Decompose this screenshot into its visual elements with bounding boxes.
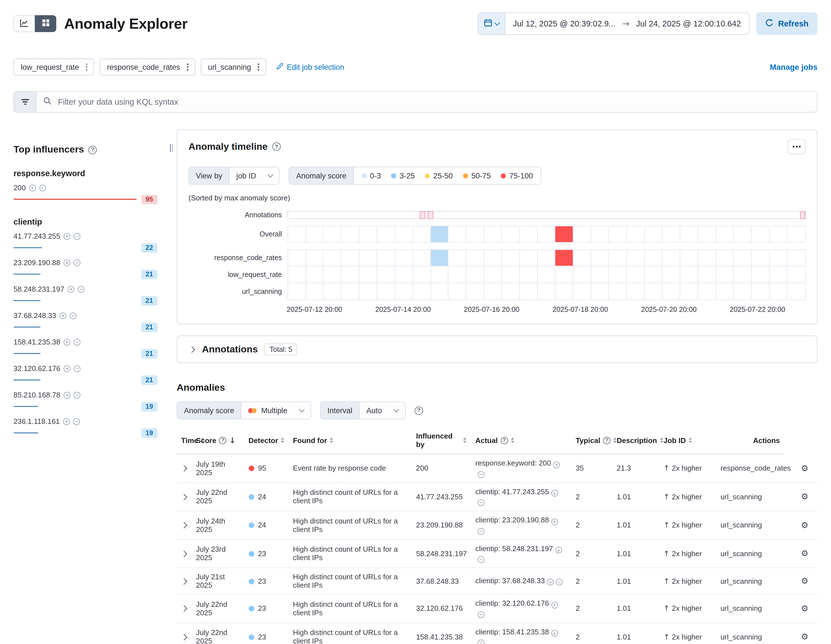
swimlane-cell[interactable]	[377, 226, 395, 242]
filter-out-icon[interactable]: −	[74, 365, 80, 372]
swimlane-cell[interactable]	[360, 283, 377, 300]
sort-icon[interactable]	[660, 437, 663, 443]
swimlane-cell[interactable]	[288, 283, 306, 300]
filter-out-icon[interactable]: −	[73, 418, 80, 425]
swimlane-cell[interactable]	[573, 226, 591, 242]
sort-icon[interactable]	[689, 437, 692, 443]
swimlane-cell[interactable]	[787, 250, 805, 266]
swimlane-cell[interactable]	[484, 283, 502, 300]
swimlane-cell[interactable]	[591, 226, 609, 242]
chart-view-button[interactable]	[13, 15, 35, 32]
expand-row-icon[interactable]	[181, 494, 187, 500]
swimlane-cell[interactable]	[520, 266, 538, 282]
swimlane-cell[interactable]	[484, 266, 502, 282]
swimlane-cell[interactable]	[360, 250, 377, 266]
swimlane-cell[interactable]	[377, 266, 395, 282]
swimlane-cell[interactable]	[698, 283, 716, 300]
annotations-accordion[interactable]: Annotations Total: 5	[177, 335, 818, 363]
job-chip[interactable]: low_request_rate	[13, 59, 94, 75]
swimlane-cell[interactable]	[502, 266, 520, 282]
filter-in-icon[interactable]: +	[63, 418, 70, 425]
swimlane-cell[interactable]	[288, 266, 306, 282]
swimlane-cell[interactable]	[395, 226, 413, 242]
swimlane-cell[interactable]	[752, 250, 769, 266]
swimlane-cell[interactable]	[502, 226, 520, 242]
swimlane-cell[interactable]	[627, 250, 645, 266]
swimlane-cell[interactable]	[466, 250, 484, 266]
filter-in-icon[interactable]: +	[64, 365, 70, 372]
influencer-value[interactable]: 85.210.168.78	[13, 391, 60, 399]
swimlane-cell[interactable]	[734, 226, 751, 242]
swimlane-cell[interactable]	[306, 226, 323, 242]
swimlane-cell[interactable]	[716, 283, 734, 300]
kql-search-input[interactable]	[57, 97, 810, 107]
filter-in-icon[interactable]: +	[64, 392, 70, 398]
date-range-start[interactable]: Jul 12, 2025 @ 20:39:02.9...	[513, 19, 616, 28]
swimlane-cell[interactable]	[342, 250, 359, 266]
sort-icon[interactable]	[330, 437, 333, 443]
job-chip[interactable]: response_code_rates	[100, 59, 195, 75]
swimlane-cell[interactable]	[645, 283, 662, 300]
filter-out-icon[interactable]: −	[74, 259, 80, 266]
swimlane-cell[interactable]	[413, 266, 431, 282]
swimlane-cell[interactable]	[662, 283, 680, 300]
sort-icon[interactable]	[613, 437, 617, 443]
swimlane-cell[interactable]	[716, 266, 734, 282]
swimlane-cell[interactable]	[288, 226, 306, 242]
swimlane-cell[interactable]	[484, 250, 502, 266]
expand-row-icon[interactable]	[181, 465, 187, 472]
swimlane-cell[interactable]	[698, 266, 716, 282]
filter-out-icon[interactable]: −	[478, 639, 484, 644]
date-range[interactable]: Jul 12, 2025 @ 20:39:02.9... → Jul 24, 2…	[505, 13, 749, 34]
swimlane-cell[interactable]	[787, 226, 805, 242]
influencer-value[interactable]: 41.77.243.255	[13, 232, 60, 241]
filter-button[interactable]	[13, 91, 36, 113]
swimlane-cell[interactable]	[342, 226, 359, 242]
job-chip-menu-icon[interactable]	[186, 61, 189, 72]
filter-out-icon[interactable]: −	[478, 499, 484, 506]
swimlane-cell[interactable]	[734, 266, 751, 282]
filter-in-icon[interactable]: +	[64, 259, 70, 266]
gear-icon[interactable]: ⚙	[801, 492, 809, 502]
swimlane-cell[interactable]	[538, 226, 555, 242]
swimlane-cell[interactable]	[769, 283, 787, 300]
swimlane-cell[interactable]	[324, 226, 342, 242]
expand-row-icon[interactable]	[181, 606, 187, 612]
job-chip-menu-icon[interactable]	[85, 61, 88, 72]
swimlane-cell[interactable]	[787, 266, 805, 282]
column-header-description[interactable]: Description	[612, 429, 659, 454]
swimlane-cell[interactable]	[324, 250, 342, 266]
anomaly-score-select[interactable]: Multiple	[242, 402, 310, 419]
swimlane-cell[interactable]	[556, 266, 573, 282]
swimlane-cell[interactable]	[502, 283, 520, 300]
gear-icon[interactable]: ⚙	[801, 576, 809, 586]
column-header-time[interactable]: Time	[177, 429, 191, 454]
swimlane-cell[interactable]	[466, 266, 484, 282]
filter-in-icon[interactable]: +	[553, 462, 560, 469]
swimlane-cell[interactable]	[520, 226, 538, 242]
swimlane-cell[interactable]	[680, 250, 698, 266]
swimlane-cell[interactable]	[324, 266, 342, 282]
swimlane-cell[interactable]	[698, 226, 716, 242]
swimlane-cell[interactable]	[449, 226, 466, 242]
filter-out-icon[interactable]: −	[556, 579, 563, 586]
swimlane-cell[interactable]	[591, 250, 609, 266]
swimlane-cell[interactable]	[734, 250, 751, 266]
swimlane-cell[interactable]	[413, 250, 431, 266]
help-icon[interactable]: ?	[272, 142, 281, 151]
filter-in-icon[interactable]: +	[555, 547, 562, 554]
influencer-value[interactable]: 158.41.235.38	[13, 338, 60, 346]
view-by-select[interactable]: job ID	[229, 167, 279, 184]
gear-icon[interactable]: ⚙	[801, 463, 809, 473]
swimlane-cell[interactable]	[662, 250, 680, 266]
interval-select[interactable]: Auto	[360, 402, 405, 419]
swimlane-cell[interactable]	[538, 250, 555, 266]
swimlane-cell[interactable]	[306, 283, 323, 300]
column-header-found-for[interactable]: Found for	[288, 429, 412, 454]
filter-out-icon[interactable]: −	[478, 528, 484, 534]
sort-icon[interactable]	[281, 437, 284, 443]
swimlane-cell[interactable]	[431, 250, 449, 266]
swimlane-cell[interactable]	[466, 226, 484, 242]
filter-out-icon[interactable]: −	[74, 233, 80, 239]
sort-icon[interactable]	[511, 437, 514, 443]
